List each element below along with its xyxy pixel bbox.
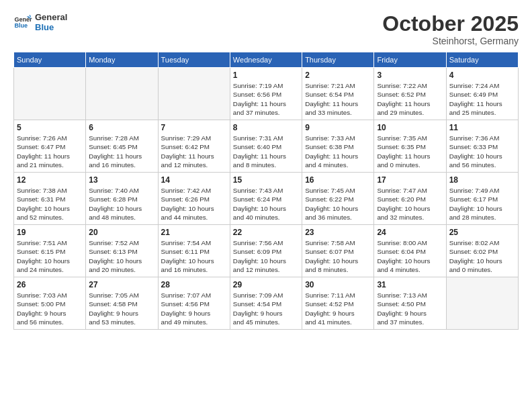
day-info: Sunrise: 7:56 AM Sunset: 6:09 PM Dayligh… (233, 238, 299, 274)
day-info: Sunrise: 7:42 AM Sunset: 6:26 PM Dayligh… (161, 186, 227, 222)
day-number: 28 (161, 280, 227, 289)
day-number: 12 (17, 175, 83, 185)
day-info: Sunrise: 7:51 AM Sunset: 6:15 PM Dayligh… (17, 238, 83, 274)
calendar-cell (14, 68, 86, 120)
day-info: Sunrise: 7:58 AM Sunset: 6:07 PM Dayligh… (305, 238, 371, 274)
calendar-cell: 11Sunrise: 7:36 AM Sunset: 6:33 PM Dayli… (446, 120, 518, 173)
day-info: Sunrise: 7:13 AM Sunset: 4:50 PM Dayligh… (377, 291, 443, 326)
calendar-cell: 27Sunrise: 7:05 AM Sunset: 4:58 PM Dayli… (86, 277, 158, 330)
calendar-cell: 22Sunrise: 7:56 AM Sunset: 6:09 PM Dayli… (230, 225, 302, 277)
day-number: 9 (305, 123, 371, 132)
weekday-wednesday: Wednesday (230, 52, 302, 68)
day-number: 18 (449, 175, 515, 185)
month-title: October 2025 (382, 12, 519, 36)
calendar-cell: 23Sunrise: 7:58 AM Sunset: 6:07 PM Dayli… (302, 225, 374, 277)
day-info: Sunrise: 7:28 AM Sunset: 6:45 PM Dayligh… (89, 134, 154, 169)
day-number: 30 (305, 280, 371, 289)
calendar-cell: 25Sunrise: 8:02 AM Sunset: 6:02 PM Dayli… (446, 225, 518, 277)
location: Steinhorst, Germany (382, 36, 519, 46)
calendar-cell: 14Sunrise: 7:42 AM Sunset: 6:26 PM Dayli… (158, 173, 230, 225)
day-info: Sunrise: 7:36 AM Sunset: 6:33 PM Dayligh… (449, 134, 515, 169)
day-number: 15 (233, 175, 299, 185)
calendar-cell: 19Sunrise: 7:51 AM Sunset: 6:15 PM Dayli… (14, 225, 86, 277)
day-number: 11 (449, 123, 515, 132)
weekday-saturday: Saturday (446, 52, 518, 68)
day-number: 17 (377, 175, 443, 185)
day-number: 5 (17, 123, 83, 132)
calendar-cell: 28Sunrise: 7:07 AM Sunset: 4:56 PM Dayli… (158, 277, 230, 330)
day-info: Sunrise: 7:38 AM Sunset: 6:31 PM Dayligh… (17, 186, 83, 222)
weekday-monday: Monday (86, 52, 158, 68)
day-number: 8 (233, 123, 299, 132)
day-info: Sunrise: 7:09 AM Sunset: 4:54 PM Dayligh… (233, 291, 299, 326)
calendar-cell: 24Sunrise: 8:00 AM Sunset: 6:04 PM Dayli… (374, 225, 446, 277)
day-info: Sunrise: 7:03 AM Sunset: 5:00 PM Dayligh… (17, 291, 83, 326)
day-number: 21 (161, 228, 227, 237)
day-info: Sunrise: 7:47 AM Sunset: 6:20 PM Dayligh… (377, 186, 443, 222)
calendar-cell: 12Sunrise: 7:38 AM Sunset: 6:31 PM Dayli… (14, 173, 86, 225)
day-number: 16 (305, 175, 371, 185)
day-number: 6 (89, 123, 154, 132)
calendar-cell: 1Sunrise: 7:19 AM Sunset: 6:56 PM Daylig… (230, 68, 302, 120)
day-number: 14 (161, 175, 227, 185)
calendar-cell: 5Sunrise: 7:26 AM Sunset: 6:47 PM Daylig… (14, 120, 86, 173)
calendar-cell: 15Sunrise: 7:43 AM Sunset: 6:24 PM Dayli… (230, 173, 302, 225)
week-row-5: 26Sunrise: 7:03 AM Sunset: 5:00 PM Dayli… (14, 277, 519, 330)
calendar-cell (86, 68, 158, 120)
day-info: Sunrise: 7:33 AM Sunset: 6:38 PM Dayligh… (305, 134, 371, 169)
day-info: Sunrise: 7:52 AM Sunset: 6:13 PM Dayligh… (89, 238, 154, 274)
day-info: Sunrise: 7:45 AM Sunset: 6:22 PM Dayligh… (305, 186, 371, 222)
header: General Blue General Blue October 2025 S… (13, 12, 519, 46)
calendar-cell: 13Sunrise: 7:40 AM Sunset: 6:28 PM Dayli… (86, 173, 158, 225)
calendar-cell: 16Sunrise: 7:45 AM Sunset: 6:22 PM Dayli… (302, 173, 374, 225)
logo: General Blue General Blue (13, 12, 67, 32)
calendar-cell (446, 277, 518, 330)
calendar-cell (158, 68, 230, 120)
day-info: Sunrise: 7:29 AM Sunset: 6:42 PM Dayligh… (161, 134, 227, 169)
day-number: 25 (449, 228, 515, 237)
day-info: Sunrise: 8:00 AM Sunset: 6:04 PM Dayligh… (377, 238, 443, 274)
calendar-cell: 3Sunrise: 7:22 AM Sunset: 6:52 PM Daylig… (374, 68, 446, 120)
calendar-cell: 20Sunrise: 7:52 AM Sunset: 6:13 PM Dayli… (86, 225, 158, 277)
day-number: 13 (89, 175, 154, 185)
day-number: 29 (233, 280, 299, 289)
day-number: 24 (377, 228, 443, 237)
day-info: Sunrise: 7:31 AM Sunset: 6:40 PM Dayligh… (233, 134, 299, 169)
day-number: 2 (305, 71, 371, 80)
calendar-cell: 4Sunrise: 7:24 AM Sunset: 6:49 PM Daylig… (446, 68, 518, 120)
day-info: Sunrise: 7:26 AM Sunset: 6:47 PM Dayligh… (17, 134, 83, 169)
weekday-friday: Friday (374, 52, 446, 68)
day-number: 22 (233, 228, 299, 237)
calendar-page: General Blue General Blue October 2025 S… (0, 0, 532, 411)
day-number: 3 (377, 71, 443, 80)
calendar-cell: 8Sunrise: 7:31 AM Sunset: 6:40 PM Daylig… (230, 120, 302, 173)
calendar-cell: 9Sunrise: 7:33 AM Sunset: 6:38 PM Daylig… (302, 120, 374, 173)
svg-text:General: General (14, 16, 32, 23)
week-row-1: 1Sunrise: 7:19 AM Sunset: 6:56 PM Daylig… (14, 68, 519, 120)
calendar-table: SundayMondayTuesdayWednesdayThursdayFrid… (13, 52, 519, 330)
day-number: 10 (377, 123, 443, 132)
calendar-cell: 30Sunrise: 7:11 AM Sunset: 4:52 PM Dayli… (302, 277, 374, 330)
calendar-cell: 26Sunrise: 7:03 AM Sunset: 5:00 PM Dayli… (14, 277, 86, 330)
day-info: Sunrise: 7:43 AM Sunset: 6:24 PM Dayligh… (233, 186, 299, 222)
day-info: Sunrise: 7:11 AM Sunset: 4:52 PM Dayligh… (305, 291, 371, 326)
day-number: 27 (89, 280, 154, 289)
calendar-cell: 17Sunrise: 7:47 AM Sunset: 6:20 PM Dayli… (374, 173, 446, 225)
calendar-cell: 29Sunrise: 7:09 AM Sunset: 4:54 PM Dayli… (230, 277, 302, 330)
day-number: 4 (449, 71, 515, 80)
day-info: Sunrise: 7:40 AM Sunset: 6:28 PM Dayligh… (89, 186, 154, 222)
weekday-thursday: Thursday (302, 52, 374, 68)
day-info: Sunrise: 7:35 AM Sunset: 6:35 PM Dayligh… (377, 134, 443, 169)
week-row-3: 12Sunrise: 7:38 AM Sunset: 6:31 PM Dayli… (14, 173, 519, 225)
day-number: 20 (89, 228, 154, 237)
calendar-cell: 21Sunrise: 7:54 AM Sunset: 6:11 PM Dayli… (158, 225, 230, 277)
weekday-tuesday: Tuesday (158, 52, 230, 68)
day-number: 7 (161, 123, 227, 132)
day-number: 23 (305, 228, 371, 237)
day-number: 31 (377, 280, 443, 289)
week-row-2: 5Sunrise: 7:26 AM Sunset: 6:47 PM Daylig… (14, 120, 519, 173)
calendar-cell: 2Sunrise: 7:21 AM Sunset: 6:54 PM Daylig… (302, 68, 374, 120)
weekday-header-row: SundayMondayTuesdayWednesdayThursdayFrid… (14, 52, 519, 68)
calendar-cell: 31Sunrise: 7:13 AM Sunset: 4:50 PM Dayli… (374, 277, 446, 330)
weekday-sunday: Sunday (14, 52, 86, 68)
